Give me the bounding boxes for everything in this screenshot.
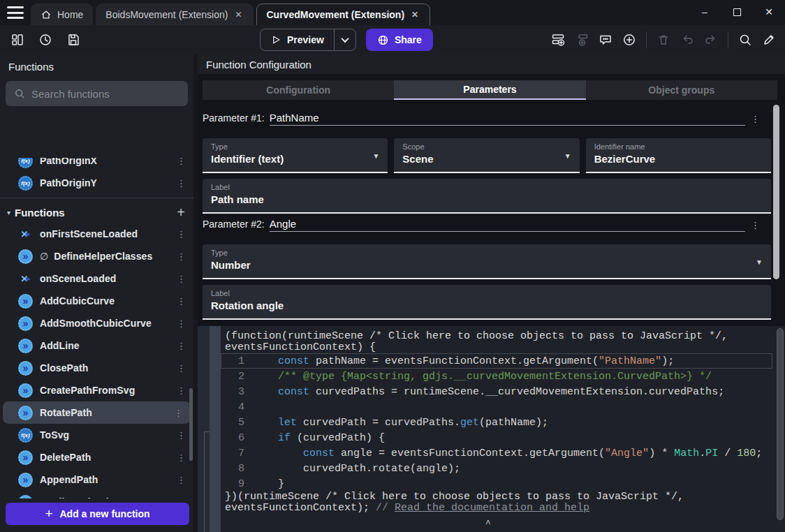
functions-list: f(x)PathOriginX⋮f(x)PathOriginY⋮▾Functio… [0,158,193,498]
save-icon[interactable] [63,29,84,50]
parameter-1-identifier-input[interactable]: Identifier name BezierCurve [586,138,771,173]
maximize-button[interactable] [721,0,753,24]
code-line-4[interactable]: 4 [221,399,772,415]
window-tab[interactable]: Home [31,3,93,25]
function-item-DeletePath[interactable]: »DeletePath⋮ [0,446,193,468]
item-menu-icon[interactable]: ⋮ [177,296,186,306]
line-number: 7 [221,448,244,459]
main-menu-icon[interactable] [7,6,24,19]
function-item-AddSmoothCubicCurve[interactable]: »AddSmoothCubicCurve⋮ [0,312,193,334]
function-label: DeletePath [40,452,170,463]
code-line-3[interactable]: 3 const curvedPaths = runtimeScene.__cur… [221,384,772,399]
tab-parameters[interactable]: Parameters [394,80,585,100]
minimize-button[interactable]: – [689,0,721,24]
function-item-AddCubicCurve[interactable]: »AddCubicCurve⋮ [0,290,193,312]
comment-icon[interactable] [595,29,616,50]
tab-label: Home [57,9,83,20]
tab-close-icon[interactable]: ✕ [410,8,420,21]
history-icon[interactable] [35,29,56,50]
parameter-2-name-input[interactable]: Angle [270,218,745,232]
code-line-8[interactable]: 8 curvedPath.rotate(angle); [221,461,772,476]
item-menu-icon[interactable]: ⋮ [177,497,186,499]
item-menu-icon[interactable]: ⋮ [177,363,186,374]
function-label: PathOriginY [40,177,170,189]
circle-plus-icon[interactable] [619,29,640,50]
scroll-down-indicator[interactable]: ^ [485,519,491,529]
function-item-onFirstSceneLoaded[interactable]: ✕▸onFirstSceneLoaded⋮ [0,223,193,245]
panel-title: Function Configuration [198,54,785,74]
maximize-icon [733,8,741,16]
function-item-ToSvg[interactable]: f(x)ToSvg⋮ [0,424,193,446]
function-item-DefineHelperClasses[interactable]: »∅DefineHelperClasses⋮ [0,245,193,267]
tab-close-icon[interactable]: ✕ [233,8,243,21]
share-button[interactable]: Share [366,29,433,51]
function-item-DuplicatedPath[interactable]: »DuplicatedPath⋮ [0,491,193,498]
parameter-2-type-dropdown[interactable]: Type Number ▼ [203,244,771,279]
item-menu-icon[interactable]: ⋮ [177,341,186,351]
item-menu-icon[interactable]: ⋮ [177,385,186,396]
item-menu-icon[interactable]: ⋮ [177,274,186,284]
preview-dropdown-button[interactable] [335,29,355,50]
collapse-caret-icon[interactable]: ▾ [7,209,10,216]
code-wrapper-line[interactable]: (function(runtimeScene /* Click here to … [221,326,772,342]
function-item-AddLine[interactable]: »AddLine⋮ [0,334,193,357]
function-item-RotatePath[interactable]: »RotatePath⋮ [3,401,191,424]
add-function-button[interactable]: + Add a new function [6,503,189,525]
tab-object-groups[interactable]: Object groups [586,80,777,100]
code-line-7[interactable]: 7 const angle = eventsFunctionContext.ge… [221,445,772,461]
add-event-icon[interactable] [548,29,568,50]
parameter-1-name-input[interactable]: PathName [270,112,745,126]
function-item-PathOriginY[interactable]: f(x)PathOriginY⋮ [0,172,193,194]
titlebar: HomeBoidsMovement (Extension)✕CurvedMove… [0,0,785,25]
event-drag-handle[interactable] [210,326,221,532]
code-line-1[interactable]: 1 const pathName = eventsFunctionContext… [221,353,772,369]
functions-group-header[interactable]: ▾Functions+ [0,202,193,223]
toolbar-right-icons [548,25,779,54]
add-icon[interactable]: + [177,205,185,221]
code-editor[interactable]: (function(runtimeScene /* Click here to … [221,326,772,532]
parameter-2-label-input[interactable]: Label Rotation angle [203,285,771,320]
item-menu-icon[interactable]: ⋮ [177,318,186,329]
item-menu-icon[interactable]: ⋮ [177,178,186,189]
window-tab[interactable]: CurvedMovement (Extension)✕ [256,3,431,25]
code-line-2[interactable]: 2 /** @type {Map<string, gdjs.__curvedMo… [221,369,772,384]
parameter-2-menu-icon[interactable]: ⋮ [751,220,761,230]
code-wrapper-line[interactable]: eventsFunctionContext) { [221,342,772,353]
parameter-1-scope-dropdown[interactable]: Scope Scene ▼ [394,138,579,173]
parameter-1-menu-icon[interactable]: ⋮ [751,114,761,124]
function-item-CreatePathFromSvg[interactable]: »CreatePathFromSvg⋮ [0,379,193,401]
preview-button[interactable]: Preview [260,29,356,51]
parameter-1-type-dropdown[interactable]: Type Identifier (text) ▼ [203,138,388,173]
add-function-label: Add a new function [60,508,150,519]
dropdown-arrow-icon: ▼ [564,152,571,160]
search-functions-input[interactable]: Search functions [6,81,188,106]
code-line-6[interactable]: 6 if (curvedPath) { [221,430,772,445]
window-tab[interactable]: BoidsMovement (Extension)✕ [96,3,253,25]
code-wrapper-line[interactable]: })(runtimeScene /* Click here to choose … [221,492,772,503]
parameters-scrollbar[interactable] [773,105,779,279]
action-function-icon: » [18,249,33,264]
documentation-link[interactable]: Read the documentation and help [395,502,589,514]
panels-icon[interactable] [7,29,28,50]
function-item-onSceneLoaded[interactable]: ✕▸onSceneLoaded⋮ [0,267,193,290]
item-menu-icon[interactable]: ⋮ [174,408,184,418]
editor-scrollbar[interactable] [777,328,784,520]
edit-extension-icon[interactable] [758,29,779,50]
function-item-AppendPath[interactable]: »AppendPath⋮ [0,468,193,491]
code-line-9[interactable]: 9 } [221,476,772,492]
close-button[interactable]: ✕ [753,0,785,24]
item-menu-icon[interactable]: ⋮ [177,430,186,441]
parameter-1-label-input[interactable]: Label Path name [203,179,771,214]
item-menu-icon[interactable]: ⋮ [177,251,186,262]
function-item-PathOriginX[interactable]: f(x)PathOriginX⋮ [0,158,193,172]
toolbar: Preview Share [0,25,785,54]
tab-configuration[interactable]: Configuration [203,80,394,100]
sidebar-scrollbar[interactable] [189,388,193,461]
search-icon[interactable] [735,29,756,50]
item-menu-icon[interactable]: ⋮ [177,229,186,239]
function-item-ClosePath[interactable]: »ClosePath⋮ [0,357,193,379]
item-menu-icon[interactable]: ⋮ [177,452,186,463]
code-line-5[interactable]: 5 let curvedPath = curvedPaths.get(pathN… [221,415,772,430]
item-menu-icon[interactable]: ⋮ [177,475,186,485]
item-menu-icon[interactable]: ⋮ [177,158,186,166]
